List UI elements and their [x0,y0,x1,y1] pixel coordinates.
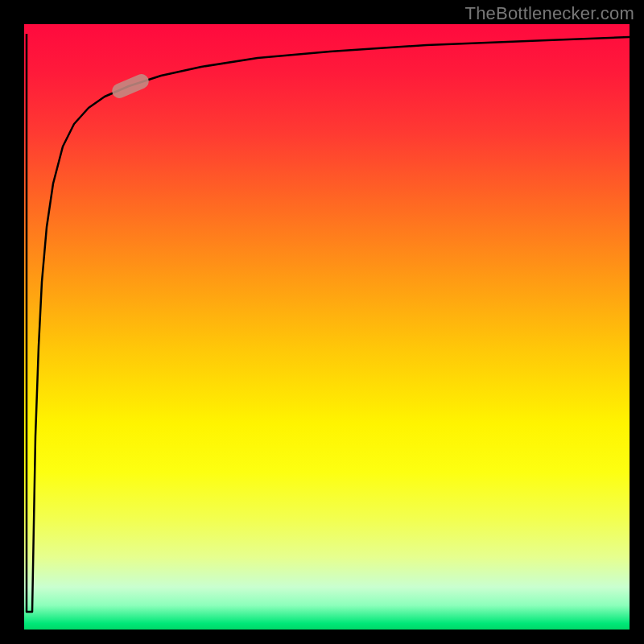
svg-rect-0 [109,72,151,100]
bottleneck-curve-path [27,34,630,612]
chart-plot-area [24,24,630,630]
curve-highlight-marker [109,72,151,100]
attribution-label: TheBottlenecker.com [465,3,634,24]
chart-curve-layer [24,24,630,630]
